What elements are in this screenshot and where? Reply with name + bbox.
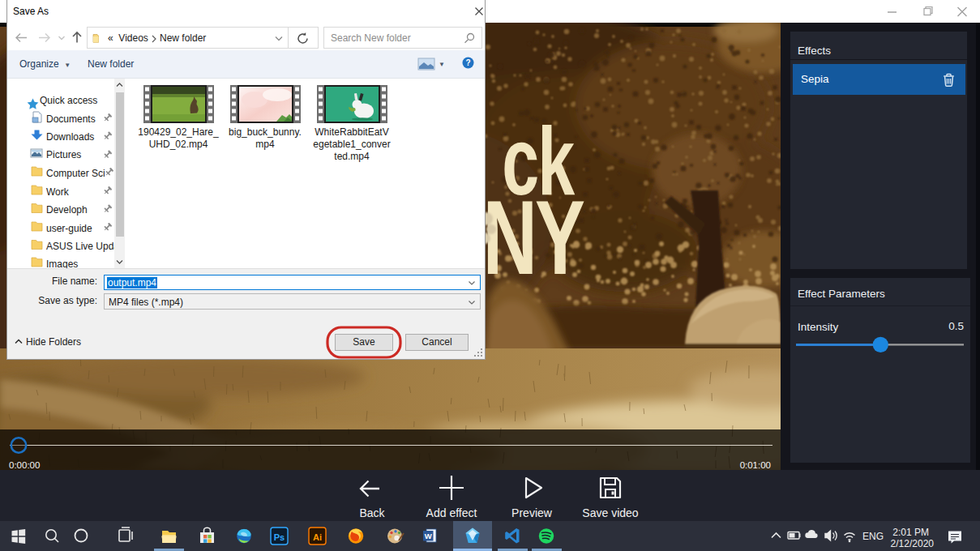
svg-text:Quick access: Quick access xyxy=(40,95,97,106)
svg-text:0:00:00: 0:00:00 xyxy=(9,460,40,470)
svg-text:big_buck_bunny.: big_buck_bunny. xyxy=(229,126,302,138)
svg-text:UHD_02.mp4: UHD_02.mp4 xyxy=(149,139,208,150)
svg-text:0:01:00: 0:01:00 xyxy=(740,460,771,470)
svg-text:user-guide: user-guide xyxy=(46,223,92,234)
svg-text:2/12/2020: 2/12/2020 xyxy=(891,538,935,549)
svg-text:mp4: mp4 xyxy=(255,139,275,150)
svg-text:Downloads: Downloads xyxy=(46,131,94,143)
svg-text:Pictures: Pictures xyxy=(46,149,81,160)
svg-text:Ps: Ps xyxy=(274,532,285,542)
svg-text:WhiteRabbitEatV: WhiteRabbitEatV xyxy=(315,126,388,138)
svg-text:2:01 PM: 2:01 PM xyxy=(892,527,929,538)
svg-text:egetable1_conver: egetable1_conver xyxy=(313,139,390,150)
svg-text:Images: Images xyxy=(46,258,78,269)
svg-text:Ai: Ai xyxy=(313,532,322,542)
svg-text:ASUS Live Updat: ASUS Live Updat xyxy=(46,241,121,252)
svg-text:ted.mp4: ted.mp4 xyxy=(334,151,370,162)
svg-text:Documents: Documents xyxy=(46,113,96,125)
svg-text:Developh: Developh xyxy=(46,204,88,216)
svg-text:Computer Sci: Computer Sci xyxy=(46,168,105,179)
svg-text:?: ? xyxy=(465,58,470,67)
svg-text:ENG: ENG xyxy=(862,531,884,542)
svg-text:Work: Work xyxy=(46,186,70,198)
svg-text:W: W xyxy=(425,532,432,540)
svg-text:190429_02_Hare_: 190429_02_Hare_ xyxy=(138,126,219,138)
svg-text:NY: NY xyxy=(483,179,584,297)
